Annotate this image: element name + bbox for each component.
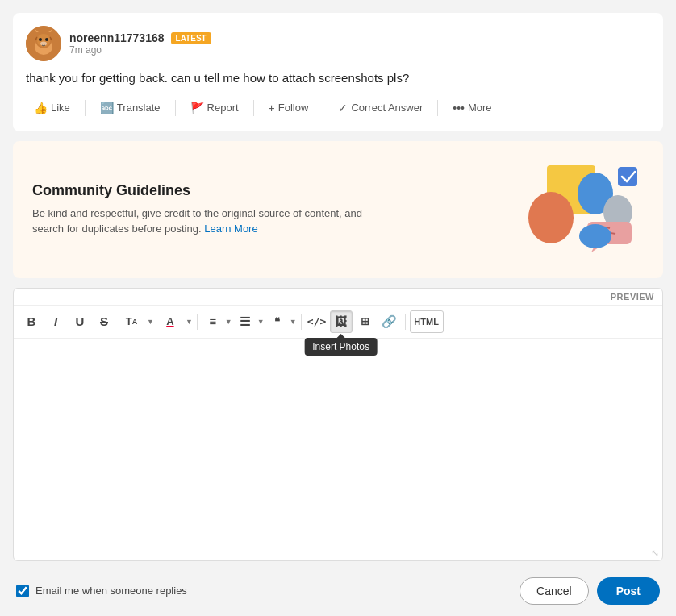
- user-info: noreenn11773168 LATEST 7m ago: [69, 31, 211, 56]
- toolbar-sep-2: [301, 314, 302, 330]
- italic-button[interactable]: I: [44, 310, 67, 333]
- text-color-button[interactable]: A: [156, 310, 185, 333]
- strikethrough-button[interactable]: S: [93, 310, 115, 333]
- guidelines-title: Community Guidelines: [32, 182, 387, 199]
- user-name-row: noreenn11773168 LATEST: [69, 31, 211, 44]
- check-icon: ✓: [338, 102, 348, 114]
- editor-container: PREVIEW B I U S TA ▼ A ▼ ≡ ▼ ☰ ▼: [13, 288, 663, 561]
- guidelines-desc: Be kind and respectful, give credit to t…: [32, 206, 387, 237]
- html-button[interactable]: HTML: [410, 310, 444, 333]
- flag-icon: 🚩: [190, 102, 204, 114]
- insert-photos-button[interactable]: 🖼: [330, 310, 353, 333]
- unordered-list-dropdown[interactable]: ☰ ▼: [234, 310, 265, 333]
- quote-dropdown[interactable]: ❝ ▼: [266, 310, 297, 333]
- more-button[interactable]: ••• More: [444, 98, 499, 119]
- post-actions: 👍 Like 🔤 Translate 🚩 Report + Follow ✓ C…: [26, 98, 650, 119]
- underline-button[interactable]: U: [69, 310, 91, 333]
- email-checkbox[interactable]: [16, 585, 29, 597]
- toolbar-sep-3: [405, 314, 406, 330]
- latest-badge: LATEST: [171, 32, 211, 44]
- resize-icon: ⤡: [651, 547, 659, 559]
- like-button[interactable]: 👍 Like: [26, 98, 78, 119]
- quote-arrow: ▼: [290, 318, 297, 326]
- post-button[interactable]: Post: [597, 577, 660, 605]
- editor-body[interactable]: [14, 339, 662, 546]
- translate-icon: 🔤: [100, 102, 114, 114]
- more-label: More: [468, 102, 492, 114]
- like-label: Like: [51, 102, 70, 114]
- correct-answer-label: Correct Answer: [351, 102, 423, 114]
- follow-button[interactable]: + Follow: [261, 98, 317, 119]
- text-color-arrow: ▼: [186, 318, 193, 326]
- ordered-list-button[interactable]: ≡: [202, 310, 224, 333]
- editor-header: PREVIEW: [14, 289, 662, 306]
- font-size-button[interactable]: TA: [117, 310, 146, 333]
- svg-point-5: [45, 38, 48, 41]
- timestamp: 7m ago: [69, 44, 211, 56]
- thumbs-up-icon: 👍: [34, 102, 48, 114]
- cancel-button[interactable]: Cancel: [520, 577, 589, 605]
- translate-button[interactable]: 🔤 Translate: [92, 98, 169, 119]
- post-header: noreenn11773168 LATEST 7m ago: [26, 26, 650, 61]
- translate-label: Translate: [117, 102, 161, 114]
- editor-resize-handle: ⤡: [14, 546, 662, 560]
- preview-label: PREVIEW: [611, 292, 654, 302]
- ellipsis-icon: •••: [453, 102, 465, 114]
- report-label: Report: [207, 102, 239, 114]
- separator-2: [175, 100, 176, 116]
- follow-label: Follow: [278, 102, 309, 114]
- plus-icon: +: [269, 102, 275, 114]
- learn-more-link[interactable]: Learn More: [204, 223, 257, 235]
- font-size-dropdown[interactable]: TA ▼: [117, 310, 154, 333]
- toolbar-sep-1: [197, 314, 198, 330]
- guidelines-text: Community Guidelines Be kind and respect…: [32, 182, 387, 237]
- text-color-dropdown[interactable]: A ▼: [156, 310, 193, 333]
- quote-button[interactable]: ❝: [266, 310, 289, 333]
- avatar: [26, 26, 61, 61]
- separator-5: [437, 100, 438, 116]
- email-checkbox-row: Email me when someone replies: [16, 585, 187, 597]
- puzzle-illustration: [499, 157, 644, 262]
- ul-arrow: ▼: [257, 318, 265, 326]
- bold-button[interactable]: B: [20, 310, 43, 333]
- font-size-arrow: ▼: [147, 318, 154, 326]
- post-container: noreenn11773168 LATEST 7m ago thank you …: [13, 13, 663, 131]
- svg-point-4: [39, 38, 42, 41]
- svg-point-12: [528, 192, 574, 243]
- username: noreenn11773168: [69, 31, 165, 44]
- correct-answer-button[interactable]: ✓ Correct Answer: [330, 98, 431, 119]
- link-button[interactable]: 🔗: [378, 310, 401, 333]
- email-label: Email me when someone replies: [35, 585, 187, 597]
- code-button[interactable]: </>: [306, 310, 328, 333]
- editor-toolbar: B I U S TA ▼ A ▼ ≡ ▼ ☰ ▼ ❝ ▼: [14, 306, 662, 339]
- svg-rect-16: [618, 167, 637, 186]
- separator-4: [323, 100, 323, 116]
- guidelines-banner: Community Guidelines Be kind and respect…: [13, 141, 663, 278]
- report-button[interactable]: 🚩 Report: [182, 98, 247, 119]
- bottom-actions: Cancel Post: [520, 577, 660, 605]
- svg-point-6: [40, 42, 47, 46]
- post-body: thank you for getting back. can u tell m…: [26, 69, 650, 88]
- separator: [85, 100, 86, 116]
- svg-point-17: [579, 224, 611, 248]
- editor-textarea[interactable]: [23, 348, 653, 534]
- ordered-list-dropdown[interactable]: ≡ ▼: [202, 310, 232, 333]
- insert-photos-wrapper: 🖼 Insert Photos: [330, 310, 353, 333]
- table-button[interactable]: ⊞: [354, 310, 377, 333]
- separator-3: [253, 100, 254, 116]
- ol-arrow: ▼: [225, 318, 232, 326]
- guidelines-description-text: Be kind and respectful, give credit to t…: [32, 207, 362, 235]
- unordered-list-button[interactable]: ☰: [234, 310, 257, 333]
- bottom-bar: Email me when someone replies Cancel Pos…: [13, 571, 663, 611]
